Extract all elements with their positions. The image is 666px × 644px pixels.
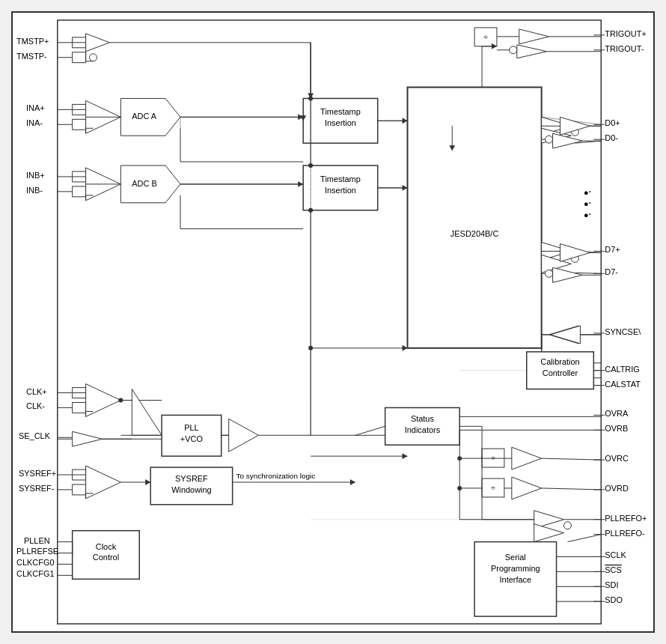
serial-prog-label3: Interface <box>500 575 532 584</box>
sdo-label: SDO <box>605 595 623 604</box>
svg-line-164 <box>542 488 602 490</box>
ina-plus-label: INA+ <box>26 103 45 112</box>
pllen-label: PLLEN <box>24 536 50 545</box>
cal-controller-label1: Calibration <box>540 357 579 366</box>
tmstp-minus-label: TMSTP- <box>16 52 47 61</box>
svg-point-220 <box>546 136 553 143</box>
ovra-label: OVRA <box>605 409 629 418</box>
svg-rect-37 <box>73 52 86 63</box>
svg-point-169 <box>564 522 572 529</box>
svg-marker-85 <box>519 29 549 44</box>
serial-prog-label1: Serial <box>505 553 526 562</box>
svg-marker-120 <box>73 431 103 446</box>
d0-minus-label: D0- <box>605 133 618 142</box>
clkcfg1-label: CLKCFG1 <box>16 569 54 578</box>
ovrb-label: OVRB <box>605 424 628 433</box>
cal-controller-label2: Controller <box>543 368 578 377</box>
timestamp-1-label: Timestamp <box>320 107 361 116</box>
sysref-windowing-label2: Windowing <box>171 485 212 494</box>
pll-vco-label1: PLL <box>184 423 198 432</box>
svg-marker-186 <box>298 181 303 187</box>
svg-rect-136 <box>73 484 86 495</box>
pllrefo-minus-label: PLLREFO- <box>605 529 645 538</box>
svg-point-203 <box>308 208 313 213</box>
status-label2: Indicators <box>405 425 441 434</box>
svg-marker-201 <box>403 345 408 351</box>
adc-b-label: ADC B <box>132 179 156 188</box>
jesd-label: JESD204B/C <box>450 229 499 238</box>
svg-marker-230 <box>553 267 583 282</box>
svg-point-229 <box>546 270 553 277</box>
svg-line-173 <box>567 535 601 542</box>
clock-control-label2: Control <box>93 553 119 562</box>
clkcfg0-label: CLKCFG0 <box>16 558 54 567</box>
status-label1: Status <box>411 414 435 423</box>
inb-minus-label: INB- <box>26 186 43 195</box>
svg-line-208 <box>467 445 482 458</box>
dots-3: · <box>588 206 592 221</box>
svg-marker-234 <box>551 326 581 344</box>
svg-marker-146 <box>350 479 355 485</box>
svg-line-103 <box>575 273 601 273</box>
svg-marker-89 <box>517 45 547 58</box>
svg-rect-92 <box>408 88 542 348</box>
d0-plus-label: D0+ <box>605 118 620 127</box>
svg-marker-144 <box>145 479 150 485</box>
adc-a-label: ADC A <box>132 112 157 121</box>
clk-minus-label: CLK- <box>26 401 45 410</box>
pll-vco-label2: +VCO <box>180 434 203 443</box>
svg-line-205 <box>355 426 385 435</box>
sysref-windowing-label1: SYSREF <box>175 474 208 483</box>
timestamp-2-label2: Insertion <box>325 186 356 195</box>
sync-logic-label: To synchronization logic <box>236 472 316 480</box>
divide-ovrc-label: ÷ <box>491 453 495 462</box>
tmstp-plus-label: TMSTP+ <box>16 37 49 46</box>
svg-marker-39 <box>86 34 110 52</box>
divide-ovrd-label: ÷ <box>491 483 495 492</box>
svg-marker-241 <box>403 453 408 459</box>
serial-prog-label2: Programming <box>491 564 540 573</box>
clk-plus-label: CLK+ <box>26 387 47 396</box>
trigout-minus-label: TRIGOUT- <box>605 44 644 53</box>
ovrd-label: OVRD <box>605 484 629 493</box>
svg-marker-159 <box>512 447 542 470</box>
se-clk-label: SE_CLK <box>19 431 51 440</box>
svg-marker-124 <box>132 389 162 436</box>
syncse-label: SYNCSE\ <box>605 327 641 336</box>
sdi-label: SDI <box>605 580 618 589</box>
svg-point-88 <box>510 46 517 54</box>
pllrefse-label: PLLREFSE <box>16 547 58 556</box>
calstat-label: CALSTAT <box>605 380 641 389</box>
ina-minus-label: INA- <box>26 118 43 127</box>
svg-point-38 <box>90 54 97 61</box>
scs-label: SCS <box>605 565 622 574</box>
clock-control-label1: Clock <box>96 542 117 551</box>
sysref-minus-label: SYSREF- <box>19 484 55 493</box>
sclk-label: SCLK <box>605 550 626 559</box>
svg-rect-45 <box>73 119 86 130</box>
inb-plus-label: INB+ <box>26 171 45 180</box>
svg-marker-162 <box>512 477 542 499</box>
svg-line-161 <box>542 458 602 460</box>
pllrefo-plus-label: PLLREFO+ <box>605 514 647 523</box>
svg-marker-128 <box>229 419 259 452</box>
d7-plus-label: D7+ <box>605 245 620 254</box>
svg-marker-170 <box>534 524 564 542</box>
divide-trigout-label: ÷ <box>483 32 488 41</box>
trigout-plus-label: TRIGOUT+ <box>605 29 647 38</box>
svg-rect-112 <box>73 402 86 413</box>
caltrig-label: CALTRIG <box>605 365 640 374</box>
svg-rect-58 <box>73 186 86 197</box>
block-diagram: TMSTP+ TMSTP- INA+ INA- INB+ INB- CLK+ C… <box>11 11 655 633</box>
sysref-plus-label: SYSREF+ <box>19 469 56 478</box>
ovrc-label: OVRC <box>605 454 629 463</box>
timestamp-1-label2: Insertion <box>325 118 356 127</box>
d7-minus-label: D7- <box>605 267 618 276</box>
timestamp-2-label: Timestamp <box>320 174 361 183</box>
